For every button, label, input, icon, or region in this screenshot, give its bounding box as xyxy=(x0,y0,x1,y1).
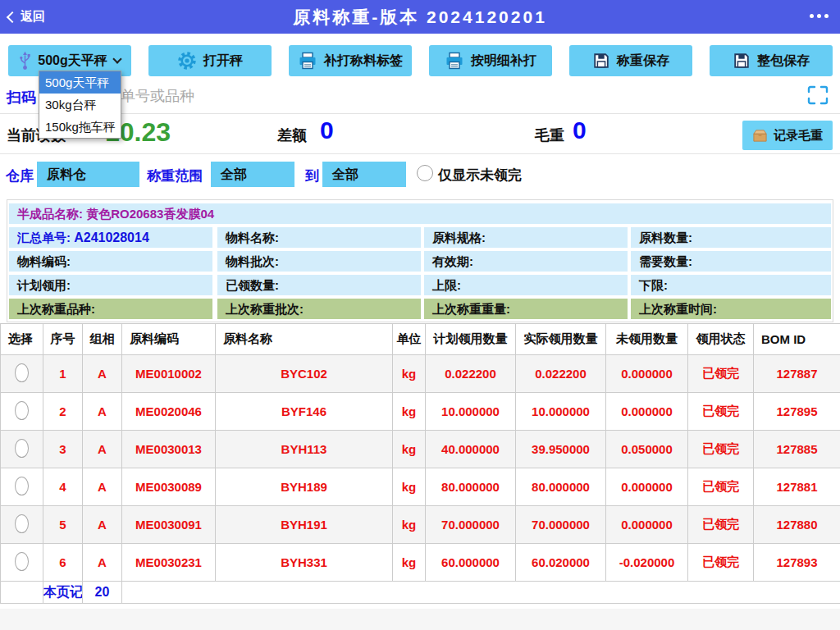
expiry-cell: 有效期: xyxy=(424,251,628,272)
row-select-radio[interactable] xyxy=(15,552,29,571)
last-weigh-time-cell: 上次称重时间: xyxy=(631,299,831,319)
row-select-radio[interactable] xyxy=(15,514,29,533)
open-scale-label: 打开秤 xyxy=(203,52,243,70)
cell-material-code: ME0030231 xyxy=(122,544,216,582)
cell-status: 已领完 xyxy=(688,544,754,582)
cell-status: 已领完 xyxy=(688,506,754,544)
warehouse-select[interactable]: 原料仓 xyxy=(37,162,139,187)
printer-icon xyxy=(298,51,317,71)
cell-material-name: BYH113 xyxy=(216,431,393,468)
semi-product-name-label: 半成品名称: xyxy=(17,207,83,221)
scan-input[interactable] xyxy=(45,83,792,110)
col-material-name: 原料名称 xyxy=(216,324,393,355)
summary-order-value: A241028014 xyxy=(74,231,149,244)
material-spec-cell: 原料规格: xyxy=(424,227,628,248)
cell-bom-id: 127881 xyxy=(754,468,840,506)
material-code-cell: 物料编码: xyxy=(9,251,212,272)
dropdown-option-150kg[interactable]: 150kg拖车秤 xyxy=(39,116,121,138)
cell-planned-qty: 10.000000 xyxy=(426,393,516,431)
row-select-radio[interactable] xyxy=(15,401,29,420)
cell-remaining-qty: 0.000000 xyxy=(606,355,688,393)
cell-material-code: ME0020046 xyxy=(122,393,216,431)
cell-material-name: BYC102 xyxy=(216,355,393,393)
unfinished-only-label: 仅显示未领完 xyxy=(438,166,522,185)
gross-weight-label: 毛重 xyxy=(535,126,564,145)
page-title: 原料称重-版本 2024120201 xyxy=(0,6,840,29)
gear-icon xyxy=(177,51,197,71)
cell-unit: kg xyxy=(393,544,426,582)
material-name-cell: 物料名称: xyxy=(217,227,421,248)
cell-bom-id: 127887 xyxy=(754,355,840,393)
cell-actual-qty: 80.000000 xyxy=(516,468,606,506)
table-row: 4AME0030089BYH189kg80.00000080.0000000.0… xyxy=(1,468,840,506)
cell-planned-qty: 80.000000 xyxy=(426,468,516,506)
cell-material-code: ME0030091 xyxy=(122,506,216,544)
bottom-strip xyxy=(0,609,840,630)
reprint-by-detail-button[interactable]: 按明细补打 xyxy=(429,45,552,76)
last-weigh-variety-cell: 上次称重品种: xyxy=(9,299,212,319)
cell-seq: 3 xyxy=(43,431,83,468)
open-scale-button[interactable]: 打开秤 xyxy=(148,45,272,76)
lower-limit-cell: 下限: xyxy=(631,275,831,295)
dropdown-option-30kg[interactable]: 30kg台秤 xyxy=(39,94,121,116)
cell-bom-id: 127880 xyxy=(754,506,840,544)
table-header-row: 选择 序号 组相 原料编码 原料名称 单位 计划领用数量 实际领用数量 未领用数… xyxy=(1,324,840,355)
scan-row: 扫码 xyxy=(0,79,840,114)
cell-actual-qty: 70.000000 xyxy=(516,506,606,544)
scan-frame-icon[interactable] xyxy=(807,85,829,105)
planned-issue-cell: 计划领用: xyxy=(9,275,212,295)
table-row: 2AME0020046BYF146kg10.00000010.0000000.0… xyxy=(1,393,840,431)
cell-status: 已领完 xyxy=(688,355,754,393)
cell-remaining-qty: 0.050000 xyxy=(606,431,688,468)
whole-pack-save-button[interactable]: 整包保存 xyxy=(710,45,833,76)
footer-empty xyxy=(122,582,840,604)
material-qty-cell: 原料数量: xyxy=(631,227,831,248)
weigh-range-label: 称重范围 xyxy=(147,167,203,185)
cell-bom-id: 127893 xyxy=(754,544,840,582)
whole-pack-save-label: 整包保存 xyxy=(757,52,810,70)
cell-material-name: BYH331 xyxy=(216,544,393,582)
more-menu-icon[interactable] xyxy=(810,14,829,18)
cell-planned-qty: 0.022200 xyxy=(426,355,516,393)
chevron-down-icon xyxy=(112,54,121,63)
col-group: 组相 xyxy=(83,324,122,355)
scale-dropdown: 500g天平秤 30kg台秤 150kg拖车秤 xyxy=(39,71,121,139)
range-from-select[interactable]: 全部 xyxy=(211,162,294,187)
top-bar: 返回 原料称重-版本 2024120201 xyxy=(0,0,840,34)
col-unit: 单位 xyxy=(393,324,426,355)
cell-remaining-qty: -0.020000 xyxy=(606,544,688,582)
row-select-radio[interactable] xyxy=(15,439,29,458)
back-button[interactable]: 返回 xyxy=(8,0,45,34)
col-planned-qty: 计划领用数量 xyxy=(426,324,516,355)
cell-group: A xyxy=(83,431,122,468)
range-to-select[interactable]: 全部 xyxy=(322,162,406,187)
cell-status: 已领完 xyxy=(688,468,754,506)
unfinished-only-radio[interactable] xyxy=(417,165,433,181)
reprint-material-label-button[interactable]: 补打称料标签 xyxy=(289,45,412,76)
table-row: 1AME0010002BYC102kg0.0222000.0222000.000… xyxy=(1,355,840,393)
reprint-material-label-text: 补打称料标签 xyxy=(324,52,403,70)
reading-row: 当前读数 10.23 差额 0 毛重 0 记录毛重 xyxy=(0,115,840,154)
select-cell xyxy=(1,468,43,506)
select-cell xyxy=(1,355,43,393)
cell-actual-qty: 39.950000 xyxy=(516,431,606,468)
save-icon xyxy=(592,52,610,70)
gross-weight-value: 0 xyxy=(573,116,587,144)
footer-spacer xyxy=(1,582,43,604)
table-footer-row: 本页记录 20 xyxy=(1,582,840,604)
record-gross-weight-button[interactable]: 记录毛重 xyxy=(742,121,833,150)
cell-material-name: BYH191 xyxy=(216,506,393,544)
cell-seq: 4 xyxy=(43,468,83,506)
dropdown-option-500g[interactable]: 500g天平秤 xyxy=(39,71,121,94)
cell-unit: kg xyxy=(393,355,426,393)
cell-bom-id: 127895 xyxy=(754,393,840,431)
summary-order-cell: 汇总单号: A241028014 xyxy=(9,227,212,248)
row-select-radio[interactable] xyxy=(15,363,29,382)
cell-seq: 2 xyxy=(43,393,83,431)
page-records-count: 20 xyxy=(83,582,122,604)
cell-seq: 6 xyxy=(43,544,83,582)
cell-actual-qty: 10.000000 xyxy=(516,393,606,431)
weigh-save-button[interactable]: 称重保存 xyxy=(569,45,692,76)
cell-group: A xyxy=(83,355,122,393)
row-select-radio[interactable] xyxy=(15,477,29,495)
